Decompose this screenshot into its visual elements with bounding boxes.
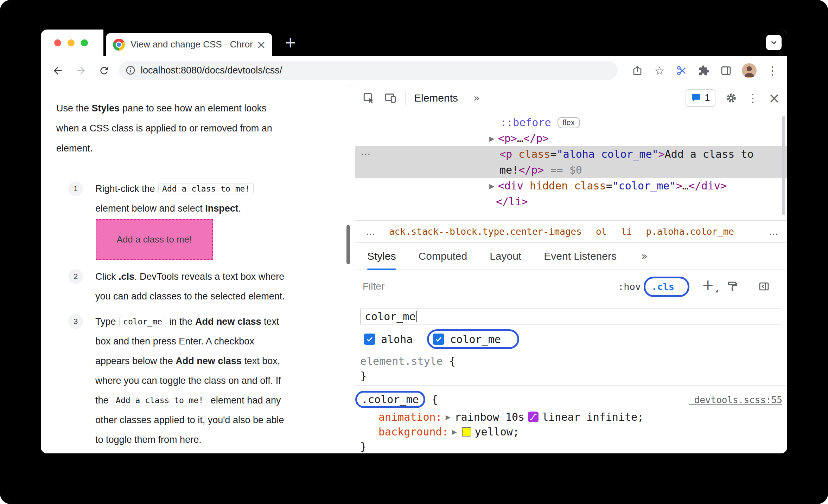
dom-row-div-hidden[interactable]: ▶<div hidden class="color_me">…</div> xyxy=(355,178,787,194)
more-tabs-button[interactable]: » xyxy=(641,250,648,262)
chevron-down-icon xyxy=(769,38,778,47)
text-run: class xyxy=(512,148,550,160)
stylesheet-source-link[interactable]: _devtools.scss:55 xyxy=(689,395,782,405)
inspect-element-button[interactable] xyxy=(362,92,375,104)
close-brace: } xyxy=(360,440,367,453)
expand-arrow-icon[interactable]: ▶ xyxy=(489,135,495,142)
bookmark-star-icon[interactable]: ☆ xyxy=(653,64,666,77)
color-swatch[interactable] xyxy=(462,427,471,437)
zoom-window-button[interactable] xyxy=(81,39,88,46)
add-class-section: color_me xyxy=(355,304,787,329)
breadcrumb-li[interactable]: li xyxy=(621,226,632,237)
animation-icon[interactable] xyxy=(528,412,539,422)
breadcrumb-stack[interactable]: ack.stack--block.type.center-images xyxy=(389,226,582,237)
breadcrumb-overflow-left[interactable]: … xyxy=(366,226,375,237)
dom-row-p-collapsed[interactable]: ▶<p>…</p> xyxy=(355,130,787,146)
doc-content-pane: Use the Styles pane to see how an elemen… xyxy=(41,85,346,453)
step-line: Type color_me in the Add new class text xyxy=(95,312,284,331)
devtools-settings-button[interactable] xyxy=(725,92,737,104)
expand-arrow-icon[interactable]: ▶ xyxy=(489,182,495,190)
tab-styles[interactable]: Styles xyxy=(367,243,396,270)
tab-elements[interactable]: Elements xyxy=(414,92,458,104)
expand-shorthand-icon[interactable]: ▶ xyxy=(446,413,451,421)
browser-tab[interactable]: View and change CSS - Chrom × xyxy=(106,33,272,56)
step-line: the Add a class to me! element had any xyxy=(95,390,284,410)
address-bar[interactable]: localhost:8080/docs/devtools/css/ xyxy=(119,61,618,80)
aloha-checkbox[interactable] xyxy=(364,334,375,345)
tab-search-button[interactable] xyxy=(766,35,782,50)
property-name[interactable]: background: xyxy=(378,426,448,438)
tab-event-listeners[interactable]: Event Listeners xyxy=(544,243,617,270)
toolbar-right-icons: ☆ ⋮ xyxy=(631,56,779,85)
background-property-line: background: ▶ yellow; xyxy=(355,424,787,439)
computed-sidebar-toggle-button[interactable] xyxy=(758,280,770,294)
step-line: other classes applied to it, you'd also … xyxy=(95,410,284,430)
dom-breadcrumbs: … ack.stack--block.type.center-images ol… xyxy=(355,220,787,243)
demo-element[interactable]: Add a class to me! xyxy=(96,219,213,260)
bezier-curve-icon xyxy=(529,413,537,421)
toggle-element-state-button[interactable]: :hov xyxy=(618,281,641,292)
profile-avatar[interactable] xyxy=(742,63,757,78)
breadcrumb-ol[interactable]: ol xyxy=(596,226,607,237)
paint-roller-icon xyxy=(726,280,738,292)
browser-menu-button[interactable]: ⋮ xyxy=(766,64,779,77)
scissors-icon xyxy=(676,65,687,76)
text-caret xyxy=(416,311,417,322)
rule-selector[interactable]: .color_me xyxy=(362,393,419,406)
new-style-rule-button[interactable]: + xyxy=(702,278,714,292)
flex-badge[interactable]: flex xyxy=(558,117,580,128)
dom-row-pseudo-before[interactable]: ::before flex xyxy=(355,115,787,130)
scissors-extension-button[interactable] xyxy=(675,64,688,77)
info-icon[interactable] xyxy=(125,65,136,76)
property-name[interactable]: animation: xyxy=(378,411,442,423)
breadcrumb-overflow-right[interactable]: … xyxy=(769,226,778,237)
dom-scrollbar-thumb[interactable] xyxy=(782,116,785,215)
aloha-checkbox-label[interactable]: aloha xyxy=(381,333,413,345)
reload-icon xyxy=(98,65,110,76)
text-run: "aloha color_me" xyxy=(557,148,658,160)
dom-tree: ::before flex ▶<p>…</p> ⋯ <p class="aloh… xyxy=(355,111,787,220)
dom-row-selected-p[interactable]: ⋯ <p class="aloha color_me">Add a class … xyxy=(355,146,787,178)
expand-shorthand-icon[interactable]: ▶ xyxy=(452,428,457,435)
element-style-selector[interactable]: element.style xyxy=(360,355,443,367)
reload-button[interactable] xyxy=(98,64,110,77)
devtools-menu-button[interactable]: ⋮ xyxy=(747,91,758,105)
intro-paragraph: Use the Styles pane to see how an elemen… xyxy=(56,98,272,159)
rendering-emulations-button[interactable] xyxy=(726,280,738,294)
forward-button[interactable] xyxy=(75,64,87,77)
text-run: element. xyxy=(56,143,93,154)
text-run: where you can toggle the class on and of… xyxy=(95,375,281,386)
doc-scrollbar-thumb[interactable] xyxy=(346,225,350,264)
console-messages-button[interactable]: 1 xyxy=(686,89,715,107)
element-style-close: } xyxy=(360,368,787,383)
property-value[interactable]: linear infinite; xyxy=(542,411,644,423)
row-menu-icon[interactable]: ⋯ xyxy=(361,148,371,160)
property-value[interactable]: yellow; xyxy=(475,426,519,438)
text-run: Add new class xyxy=(195,316,261,327)
tab-close-icon[interactable]: × xyxy=(256,39,266,50)
minimize-window-button[interactable] xyxy=(68,39,75,46)
filter-input[interactable]: Filter xyxy=(363,281,384,292)
message-bubble-icon xyxy=(691,93,701,103)
tab-computed[interactable]: Computed xyxy=(419,243,467,270)
extensions-button[interactable] xyxy=(698,64,710,77)
property-value[interactable]: rainbow 10s xyxy=(454,411,524,423)
back-button[interactable] xyxy=(51,64,64,77)
text-run: . DevTools reveals a text box where xyxy=(134,271,284,282)
text-run: me! xyxy=(499,164,518,176)
breadcrumb-selected[interactable]: p.aloha.color_me xyxy=(646,226,734,237)
open-brace: { xyxy=(449,355,456,367)
screenshot-background: View and change CSS - Chrom × + localhos… xyxy=(0,0,828,504)
add-new-class-input[interactable]: color_me xyxy=(360,309,782,324)
close-window-button[interactable] xyxy=(54,39,61,46)
devtools-close-button[interactable]: × xyxy=(768,91,780,105)
text-run: = xyxy=(550,148,557,160)
device-toolbar-button[interactable] xyxy=(384,92,397,104)
side-panel-button[interactable] xyxy=(720,64,732,77)
new-tab-button[interactable]: + xyxy=(284,33,297,52)
tab-layout[interactable]: Layout xyxy=(490,243,521,270)
share-button[interactable] xyxy=(631,64,644,77)
dom-row-li-close[interactable]: </li> xyxy=(355,194,787,209)
more-panels-button[interactable]: » xyxy=(473,92,480,104)
text-run: text xyxy=(261,316,279,327)
